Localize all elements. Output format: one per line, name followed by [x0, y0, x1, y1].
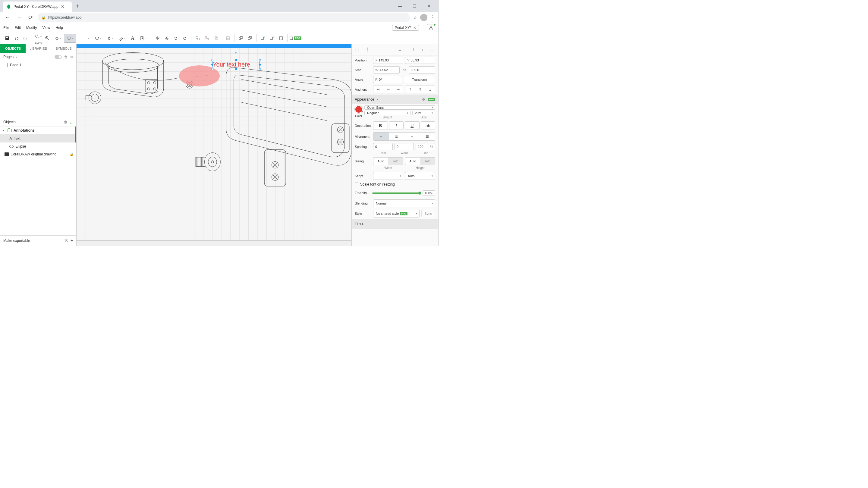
- link-size-icon[interactable]: ⟲: [401, 68, 407, 72]
- new-tab-button[interactable]: +: [76, 3, 79, 10]
- resize-handle-n[interactable]: [235, 59, 237, 61]
- window-minimize-button[interactable]: —: [393, 1, 407, 10]
- browser-forward-button[interactable]: →: [15, 13, 23, 22]
- account-button[interactable]: [427, 24, 435, 31]
- anchor-top-icon[interactable]: ⤒: [405, 86, 415, 93]
- anchor-bottom-icon[interactable]: ⤓: [425, 86, 435, 93]
- text-tool[interactable]: A: [128, 34, 137, 43]
- window-maximize-button[interactable]: ☐: [407, 1, 421, 10]
- address-bar[interactable]: 🔒 https://coreldraw.app: [38, 13, 410, 22]
- tab-close-icon[interactable]: ✕: [61, 4, 64, 9]
- trash-icon[interactable]: 🗑: [64, 55, 68, 59]
- zoom-tool[interactable]: ▾: [34, 32, 43, 41]
- transform-button[interactable]: Transform: [404, 76, 435, 83]
- height-auto-button[interactable]: Auto: [405, 158, 420, 165]
- anchor-vcenter-icon[interactable]: ⇕: [415, 86, 425, 93]
- canvas-h-scrollbar[interactable]: [76, 240, 351, 246]
- height-fix-button[interactable]: Fix: [420, 158, 435, 165]
- bookmark-icon[interactable]: ☆: [413, 14, 417, 20]
- strike-button[interactable]: ab: [421, 121, 435, 130]
- font-size-select[interactable]: 20pt: [412, 111, 435, 115]
- clone-button[interactable]: ▾: [211, 34, 223, 43]
- char-spacing-input[interactable]: 0: [373, 143, 393, 150]
- resize-handle-s[interactable]: [235, 68, 237, 70]
- width-fix-button[interactable]: Fix: [388, 158, 403, 165]
- opacity-slider[interactable]: [372, 193, 420, 194]
- browser-menu-icon[interactable]: ⋮: [430, 14, 435, 20]
- browser-tab[interactable]: Pedal-XY - CorelDRAW.app ✕: [3, 1, 72, 12]
- tab-symbols[interactable]: SYMBOLS: [51, 44, 76, 53]
- rotate-ccw-button[interactable]: [171, 34, 180, 43]
- rotate-cw-button[interactable]: [180, 34, 189, 43]
- undo-button[interactable]: [12, 34, 21, 43]
- symbol-button[interactable]: [223, 34, 232, 43]
- align-hc-icon[interactable]: ⫟: [386, 46, 395, 53]
- align-vc-icon[interactable]: ⟛: [418, 46, 427, 53]
- text-align-justify-button[interactable]: ☰: [420, 133, 435, 140]
- trash-icon[interactable]: 🗑: [64, 120, 67, 124]
- resize-handle-sw[interactable]: [211, 68, 213, 70]
- script-select-2[interactable]: Auto: [405, 172, 435, 180]
- font-family-select[interactable]: Open Sans: [364, 105, 435, 110]
- snap-tool[interactable]: ▾: [64, 34, 76, 43]
- text-color-swatch[interactable]: [355, 105, 363, 113]
- to-back-button[interactable]: [245, 34, 254, 43]
- window-close-button[interactable]: ✕: [422, 1, 436, 10]
- scale-font-checkbox[interactable]: [355, 183, 358, 186]
- add-object-icon[interactable]: ⬚: [70, 120, 73, 124]
- add-fill-icon[interactable]: +: [361, 221, 364, 227]
- add-object-button[interactable]: [258, 34, 267, 43]
- text-align-left-button[interactable]: ≡: [373, 133, 389, 140]
- menu-modify[interactable]: Modify: [26, 26, 37, 30]
- page-item[interactable]: Page 1: [0, 61, 76, 69]
- resize-handle-w[interactable]: [211, 64, 213, 66]
- blending-select[interactable]: Normal: [373, 199, 435, 207]
- knife-tool[interactable]: ▾: [116, 34, 128, 43]
- size-h-input[interactable]: H9.61: [409, 66, 435, 73]
- settings-icon[interactable]: ⚙: [422, 97, 425, 101]
- tree-item-image[interactable]: CorelDRAW original drawing 🔒: [0, 150, 76, 158]
- remove-object-button[interactable]: [267, 34, 276, 43]
- browser-back-button[interactable]: ←: [3, 13, 12, 22]
- add-export-icon[interactable]: +: [70, 238, 73, 243]
- select-tool[interactable]: ▾: [80, 34, 92, 43]
- canvas[interactable]: Your text here: [76, 44, 351, 246]
- pan-tool[interactable]: ▾: [52, 34, 64, 43]
- position-x-input[interactable]: X149.93: [373, 57, 403, 64]
- align-left-icon[interactable]: ▏▏: [353, 46, 362, 53]
- lock-icon[interactable]: 🔒: [70, 153, 74, 156]
- document-chip[interactable]: Pedal-XY* ✕: [392, 25, 419, 31]
- export-icon[interactable]: ⇱: [65, 238, 68, 243]
- save-button[interactable]: [3, 34, 12, 43]
- menu-view[interactable]: View: [42, 26, 50, 30]
- fills-section-header[interactable]: Fills +: [352, 219, 438, 229]
- pen-tool[interactable]: ▾: [104, 34, 116, 43]
- flip-v-button[interactable]: [162, 34, 171, 43]
- align-hr-icon[interactable]: ⫠: [396, 46, 404, 53]
- sync-button[interactable]: Sync: [421, 210, 435, 217]
- to-front-button[interactable]: [236, 34, 245, 43]
- appearance-section-header[interactable]: Appearance ▾ ⚙PRO: [352, 95, 438, 104]
- font-weight-select[interactable]: Regular: [364, 111, 410, 115]
- text-align-right-button[interactable]: ≡: [404, 133, 420, 140]
- line-spacing-input[interactable]: 100%: [415, 143, 435, 150]
- pages-toggle[interactable]: [55, 55, 62, 59]
- add-page-icon[interactable]: ⊕: [70, 55, 73, 59]
- anchor-right-icon[interactable]: ⇥: [393, 86, 403, 93]
- align-hl-icon[interactable]: ⫞: [376, 46, 385, 53]
- tree-item-ellipse[interactable]: Ellipse: [0, 142, 76, 150]
- flip-h-button[interactable]: [153, 34, 162, 43]
- import-tool[interactable]: ▾: [137, 34, 149, 43]
- text-align-center-button[interactable]: ≣: [389, 133, 404, 140]
- underline-button[interactable]: U: [405, 121, 420, 130]
- document-close-icon[interactable]: ✕: [413, 26, 416, 30]
- tree-folder-annotations[interactable]: ▾ Annotations: [0, 127, 76, 134]
- selection-box[interactable]: [212, 60, 260, 69]
- align-vb-icon[interactable]: ⟘: [428, 46, 436, 53]
- menu-file[interactable]: File: [3, 26, 9, 30]
- width-auto-button[interactable]: Auto: [373, 158, 388, 165]
- browser-reload-button[interactable]: ⟳: [26, 13, 35, 22]
- resize-handle-e[interactable]: [259, 64, 261, 66]
- align-center-icon[interactable]: ╿: [363, 46, 372, 53]
- template-button[interactable]: PRO: [289, 34, 301, 43]
